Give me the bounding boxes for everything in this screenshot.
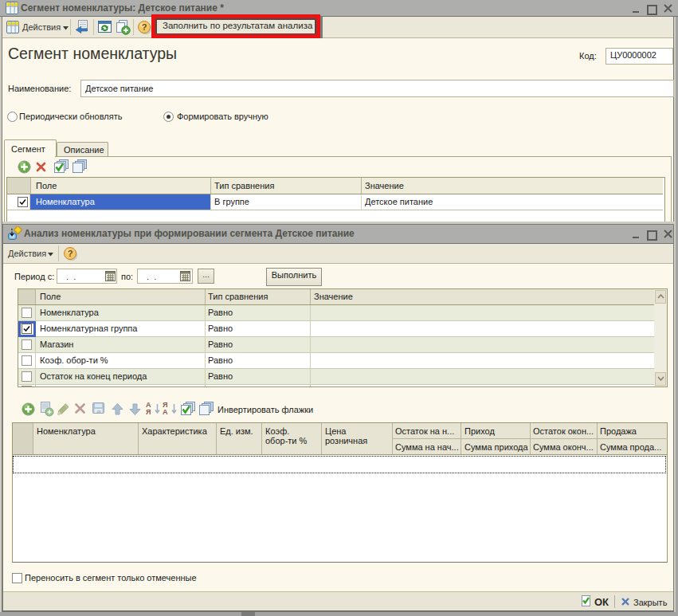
svg-text:?: ?	[142, 22, 147, 32]
svg-text:ок: ок	[97, 409, 102, 414]
svg-text:?: ?	[68, 249, 73, 258]
